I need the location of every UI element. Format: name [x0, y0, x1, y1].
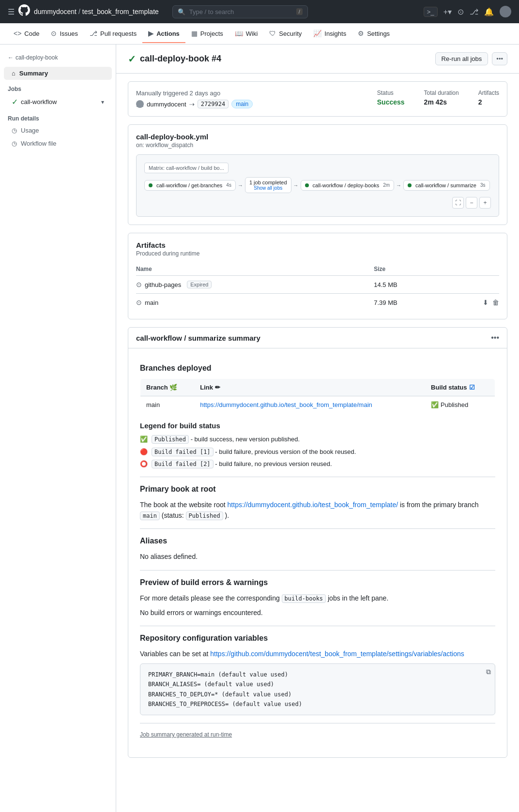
artifact-download-button[interactable]: ⬇ — [483, 299, 488, 306]
subnav-issues[interactable]: ⊙ Issues — [45, 25, 84, 43]
build-status-checkbox-icon: ☑ — [469, 384, 475, 391]
aliases-title: Aliases — [140, 537, 495, 545]
duration-value: 2m 42s — [424, 98, 459, 106]
plus-icon[interactable]: +▾ — [443, 7, 452, 16]
more-options-button[interactable]: ••• — [492, 52, 507, 65]
artifact-delete-button[interactable]: 🗑 — [492, 299, 499, 306]
notification-icon[interactable]: 🔔 — [484, 7, 494, 16]
artifact-name-github-pages: ⊙ github-pages Expired — [136, 276, 374, 294]
primary-book-branch: main — [140, 511, 160, 520]
show-all-jobs[interactable]: Show all jobs — [254, 185, 282, 191]
diagram-job-summarize[interactable]: call-workflow / summarize 3s — [403, 180, 489, 191]
artifacts-inner: Artifacts Produced during runtime Name S… — [128, 233, 507, 319]
copy-code-button[interactable]: ⧉ — [486, 668, 491, 676]
summarize-num: 3s — [480, 182, 486, 188]
legend-item-failed1: 🔴 Build failed [1] - build failure, prev… — [140, 447, 495, 457]
sidebar-usage[interactable]: ◷ Usage — [4, 124, 112, 137]
legend-title: Legend for build status — [140, 421, 495, 430]
sidebar-summary[interactable]: ⌂ Summary — [4, 67, 112, 80]
pr-icon: ⎇ — [90, 30, 97, 37]
issue-icon[interactable]: ⊙ — [458, 7, 464, 16]
user-avatar[interactable] — [500, 6, 511, 17]
sidebar-breadcrumb[interactable]: ← call-deploy-book — [0, 52, 116, 67]
search-bar[interactable]: 🔍 Type / to search / — [172, 5, 308, 18]
preview-title: Preview of build errors & warnings — [140, 578, 495, 587]
col-name-header: Name — [136, 263, 374, 276]
branch-link-main[interactable]: https://dummydocent.github.io/test_book_… — [200, 401, 372, 408]
build-status-header-text: Build status — [431, 384, 467, 391]
sidebar-job-call-workflow[interactable]: ✓ call-workflow ▾ — [4, 94, 112, 109]
get-branches-label: call-workflow / get-branches — [156, 182, 222, 188]
col-link-header: Link ✏ — [194, 379, 425, 396]
diagram-job-get-branches[interactable]: call-workflow / get-branches 4s — [144, 180, 236, 191]
branches-table: Branch 🌿 Link ✏ Build status ☑ — [140, 378, 495, 414]
footer-note[interactable]: Job summary generated at run-time — [140, 731, 495, 750]
subnav: <> Code ⊙ Issues ⎇ Pull requests ▶ Actio… — [0, 23, 519, 45]
diagram-completed[interactable]: 1 job completed Show all jobs — [245, 177, 291, 193]
workflow-actions: Re-run all jobs ••• — [435, 52, 507, 65]
repo-config-link[interactable]: https://github.com/dummydocent/test_book… — [210, 650, 464, 658]
repo-name-link[interactable]: test_book_from_template — [82, 8, 159, 15]
settings-icon: ⚙ — [358, 30, 364, 37]
status-section: Status Success — [377, 90, 405, 106]
preview-text-prefix: For more details please see the correspo… — [140, 594, 282, 602]
subnav-code-label: Code — [24, 30, 39, 37]
legend-failed2-code: Build failed [2] — [152, 460, 214, 468]
commit-hash[interactable]: 2729924 — [198, 100, 229, 108]
page-title: call-deploy-book #4 — [140, 54, 221, 64]
subnav-insights[interactable]: 📈 Insights — [307, 25, 352, 43]
subnav-issues-label: Issues — [60, 30, 78, 37]
diagram-zoom-in-button[interactable]: + — [479, 197, 491, 209]
arrow-3: → — [396, 182, 401, 188]
terminal-icon[interactable]: >_ — [424, 7, 438, 17]
arrow-2: → — [293, 182, 299, 188]
workflow-file-trigger: on: workflow_dispatch — [136, 142, 499, 149]
summary-more-button[interactable]: ••• — [491, 333, 499, 342]
main-layout: ← call-deploy-book ⌂ Summary Jobs ✓ call… — [0, 45, 519, 812]
subnav-insights-label: Insights — [324, 30, 346, 37]
rerun-button[interactable]: Re-run all jobs — [435, 52, 488, 65]
published-check-icon: ✅ — [431, 401, 439, 408]
artifact-actions-main: ⬇ 🗑 — [483, 299, 499, 306]
pull-request-icon[interactable]: ⎇ — [470, 7, 478, 16]
summary-icon: ⌂ — [12, 70, 15, 77]
artifacts-subtitle: Produced during runtime — [136, 250, 499, 257]
get-branches-status-icon — [149, 183, 153, 187]
diagram-expand-button[interactable]: ⛶ — [452, 197, 464, 209]
diagram-job-deploy-books[interactable]: call-workflow / deploy-books 2m — [301, 180, 394, 191]
repo-path: dummydocent / test_book_from_template — [34, 8, 159, 15]
legend-published-desc: - build success, new version published. — [191, 436, 300, 443]
subnav-security[interactable]: 🛡 Security — [263, 25, 307, 43]
artifact-label-github-pages: github-pages — [145, 281, 181, 288]
trigger-info: Manually triggered 2 days ago dummydocen… — [136, 90, 358, 108]
subnav-actions[interactable]: ▶ Actions — [142, 25, 185, 43]
run-meta-actor: dummydocent ⇢ 2729924 main — [136, 100, 358, 108]
github-logo[interactable] — [18, 4, 30, 19]
subnav-wiki[interactable]: 📖 Wiki — [229, 25, 264, 43]
artifact-zip-icon: ⊙ — [136, 281, 142, 288]
legend-item-failed2: ⭕ Build failed [2] - build failure, no p… — [140, 459, 495, 469]
primary-book-status-post: ). — [225, 511, 229, 519]
hamburger-icon[interactable]: ☰ — [8, 7, 15, 16]
diagram-zoom-out-button[interactable]: − — [466, 197, 477, 209]
subnav-settings[interactable]: ⚙ Settings — [352, 25, 396, 43]
subnav-projects[interactable]: ▦ Projects — [185, 25, 229, 43]
artifacts-count-label: Artifacts — [478, 90, 499, 96]
primary-book-status-pre: (status: — [162, 511, 186, 519]
summary-panel: call-workflow / summarize summary ••• Br… — [128, 327, 507, 758]
actor-avatar — [136, 100, 144, 108]
status-cell-main: ✅ Published — [425, 396, 495, 414]
artifact-main-name-inner: ⊙ main — [136, 299, 374, 306]
workflow-header: ✓ call-deploy-book #4 Re-run all jobs ••… — [116, 45, 519, 74]
subnav-pull-requests[interactable]: ⎇ Pull requests — [84, 25, 142, 43]
preview-text-suffix: jobs in the left pane. — [328, 594, 388, 602]
subnav-code[interactable]: <> Code — [8, 25, 45, 43]
branch-badge[interactable]: main — [231, 100, 253, 108]
sidebar-workflow-file[interactable]: ◷ Workflow file — [4, 137, 112, 150]
col-branch-header: Branch 🌿 — [140, 379, 195, 396]
workflow-file-name: call-deploy-book.yml — [136, 133, 499, 141]
sidebar-summary-label: Summary — [19, 70, 48, 77]
diagram-controls: ⛶ − + — [144, 197, 491, 209]
repo-owner-link[interactable]: dummydocent — [34, 8, 76, 15]
primary-book-link[interactable]: https://dummydocent.github.io/test_book_… — [228, 501, 398, 509]
